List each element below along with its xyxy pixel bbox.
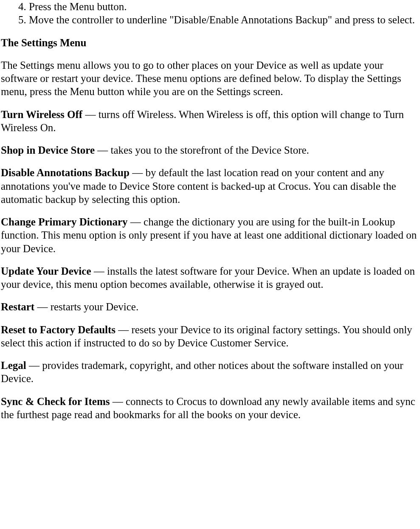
definition-separator: — (26, 360, 42, 371)
definition-entry: Reset to Factory Defaults — resets your … (0, 323, 420, 350)
definition-description: restarts your Device. (51, 301, 139, 312)
definition-separator: — (110, 396, 126, 407)
definition-term: Disable Annotations Backup (1, 167, 130, 178)
definition-description: provides trademark, copyright, and other… (1, 360, 403, 384)
definition-separator: — (82, 109, 99, 120)
definition-term: Update Your Device (1, 265, 91, 277)
definition-description: takes you to the storefront of the Devic… (111, 144, 309, 156)
definition-entry: Disable Annotations Backup — by default … (0, 166, 420, 206)
definition-term: Turn Wireless Off (1, 109, 82, 120)
intro-paragraph: The Settings menu allows you to go to ot… (0, 59, 420, 98)
definition-term: Shop in Device Store (1, 144, 95, 156)
definition-entry: Turn Wireless Off — turns off Wireless. … (0, 108, 420, 135)
instruction-list: Press the Menu button. Move the controll… (0, 0, 420, 27)
definition-separator: — (130, 167, 146, 178)
definition-term: Sync & Check for Items (1, 396, 110, 407)
definition-entry: Update Your Device — installs the latest… (0, 264, 420, 291)
definition-entry: Shop in Device Store — takes you to the … (0, 144, 420, 157)
definition-entry: Sync & Check for Items — connects to Cro… (0, 395, 420, 422)
definition-entry: Restart — restarts your Device. (0, 300, 420, 313)
definition-term: Legal (1, 360, 26, 371)
definition-entry: Legal — provides trademark, copyright, a… (0, 359, 420, 385)
definition-entry: Change Primary Dictionary — change the d… (0, 215, 420, 255)
definition-separator: — (128, 216, 144, 228)
list-item: Press the Menu button. (29, 0, 420, 13)
definition-term: Change Primary Dictionary (1, 216, 128, 228)
definition-separator: — (34, 301, 51, 312)
section-heading: The Settings Menu (0, 36, 420, 49)
list-item: Move the controller to underline "Disabl… (29, 13, 420, 26)
definition-separator: — (116, 324, 132, 335)
definition-term: Restart (1, 301, 34, 312)
definition-term: Reset to Factory Defaults (1, 324, 116, 335)
definition-separator: — (95, 144, 111, 156)
definition-separator: — (91, 265, 107, 277)
